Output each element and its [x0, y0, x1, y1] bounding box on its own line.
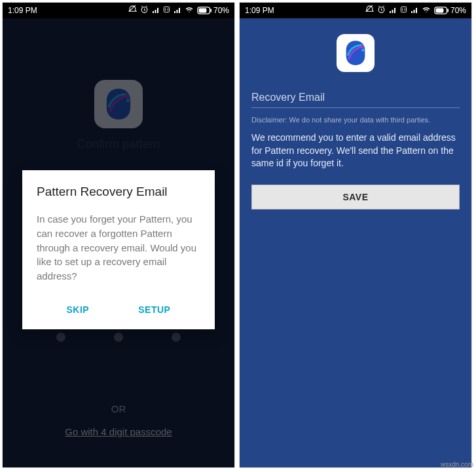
alarm-icon	[377, 5, 386, 16]
recommend-text: We recommend you to enter a valid email …	[251, 132, 460, 170]
alarm-icon	[140, 5, 149, 16]
screenshot-left: 1:09 PM 70% Confirm pattern	[2, 2, 235, 468]
svg-rect-3	[199, 9, 207, 13]
battery-indicator: 70%	[197, 6, 229, 15]
dnd-icon	[128, 5, 137, 16]
dnd-icon	[365, 5, 374, 16]
watermark: wsxdn.com	[441, 461, 473, 468]
status-icons-group: 70%	[128, 5, 229, 16]
svg-rect-8	[401, 7, 406, 12]
svg-point-12	[361, 45, 363, 48]
battery-percent: 70%	[213, 6, 229, 15]
app-logo	[337, 34, 375, 72]
dialog-scrim[interactable]: Pattern Recovery Email In case you forge…	[3, 18, 234, 467]
screenshot-right: 1:09 PM 70% Disclaimer: We	[239, 2, 472, 468]
signal-icon	[389, 6, 397, 16]
recovery-dialog: Pattern Recovery Email In case you forge…	[22, 170, 215, 329]
right-body: Disclaimer: We do not share your data wi…	[240, 18, 471, 467]
status-time: 1:09 PM	[245, 6, 274, 15]
status-icons-group: 70%	[365, 5, 466, 16]
battery-percent: 70%	[450, 6, 466, 15]
status-time: 1:09 PM	[8, 6, 37, 15]
signal-icon	[152, 6, 160, 16]
signal2-icon	[174, 6, 181, 16]
battery-indicator: 70%	[434, 6, 466, 15]
statusbar: 1:09 PM 70%	[3, 3, 234, 18]
wifi-icon	[185, 6, 194, 16]
dialog-title: Pattern Recovery Email	[37, 185, 200, 199]
data-icon	[163, 6, 170, 15]
battery-icon	[434, 7, 449, 14]
signal2-icon	[411, 6, 418, 16]
battery-icon	[197, 7, 211, 14]
svg-rect-11	[447, 9, 449, 12]
svg-point-13	[361, 49, 364, 52]
recovery-email-field[interactable]	[251, 88, 460, 108]
svg-rect-1	[164, 7, 169, 12]
disclaimer-text: Disclaimer: We do not share your data wi…	[251, 116, 460, 124]
data-icon	[400, 6, 407, 15]
save-button[interactable]: SAVE	[251, 185, 460, 209]
dialog-body: In case you forget your Pattern, you can…	[37, 212, 200, 283]
dialog-actions: SKIP SETUP	[37, 299, 200, 320]
svg-rect-4	[210, 9, 211, 12]
setup-button[interactable]: SETUP	[130, 299, 178, 320]
wifi-icon	[422, 6, 431, 16]
svg-rect-10	[436, 9, 444, 13]
skip-button[interactable]: SKIP	[59, 299, 98, 320]
statusbar: 1:09 PM 70%	[240, 3, 471, 18]
